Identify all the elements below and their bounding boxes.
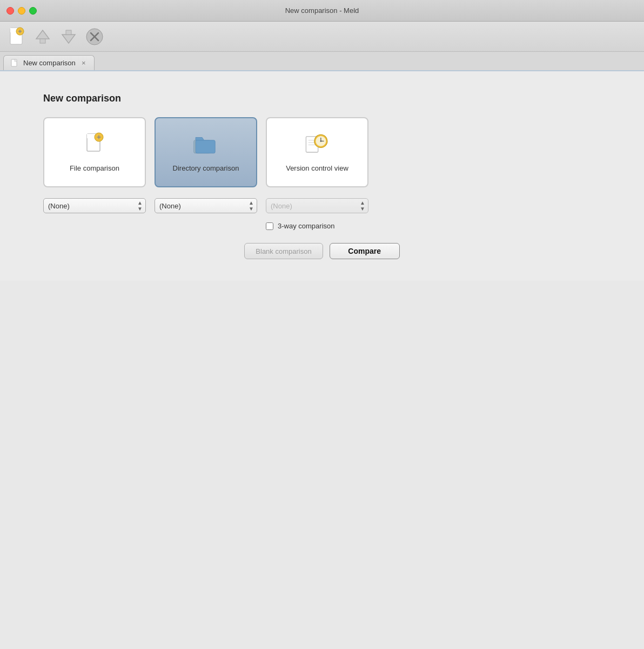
- directory-comparison-icon: [193, 133, 219, 159]
- three-way-label[interactable]: 3-way comparison: [278, 222, 335, 230]
- file-comparison-label: File comparison: [70, 164, 119, 172]
- version-control-icon: [304, 133, 330, 159]
- down-button[interactable]: [57, 25, 80, 48]
- window-controls: [6, 7, 37, 15]
- section-title: New comparison: [43, 93, 601, 104]
- new-button[interactable]: [5, 25, 28, 48]
- svg-marker-8: [62, 35, 75, 43]
- svg-marker-6: [36, 30, 49, 39]
- up-button[interactable]: [31, 25, 54, 48]
- file-comparison-icon: [82, 133, 108, 159]
- new-document-icon: [8, 27, 25, 46]
- tab-label: New comparison: [23, 59, 76, 67]
- file-comparison-card[interactable]: File comparison: [43, 117, 146, 187]
- window-title: New comparison - Meld: [285, 6, 359, 15]
- minimize-button[interactable]: [18, 7, 25, 15]
- blank-comparison-button[interactable]: Blank comparison: [244, 243, 323, 259]
- dropdown-3-wrapper: (None) ▲ ▼: [266, 198, 368, 213]
- comparison-type-cards: File comparison Directory comparison: [43, 117, 601, 187]
- svg-rect-13: [11, 59, 17, 66]
- tab-document-icon: [10, 59, 19, 67]
- buttons-row: Blank comparison Compare: [43, 243, 601, 259]
- dropdown-1-wrapper: (None) ▲ ▼: [43, 198, 146, 213]
- directory-comparison-label: Directory comparison: [173, 164, 239, 172]
- dropdowns-row: (None) ▲ ▼ (None) ▲ ▼ (None) ▲ ▼: [43, 198, 601, 213]
- directory-comparison-card[interactable]: Directory comparison: [155, 117, 257, 187]
- three-way-checkbox[interactable]: [266, 222, 273, 230]
- folder-icon: [193, 132, 219, 160]
- up-arrow-icon: [34, 27, 51, 46]
- tabbar: New comparison ×: [0, 52, 644, 71]
- three-way-row: 3-way comparison: [266, 222, 601, 230]
- titlebar: New comparison - Meld: [0, 0, 644, 22]
- maximize-button[interactable]: [29, 7, 37, 15]
- version-control-label: Version control view: [286, 164, 348, 172]
- svg-rect-9: [66, 30, 71, 35]
- new-comparison-tab[interactable]: New comparison ×: [3, 55, 95, 70]
- close-button[interactable]: [6, 7, 14, 15]
- file-icon: [82, 132, 108, 160]
- version-control-icon-svg: [304, 132, 330, 160]
- dropdown-2-wrapper: (None) ▲ ▼: [155, 198, 257, 213]
- dropdown-1[interactable]: (None): [43, 198, 146, 213]
- tab-close-button[interactable]: ×: [80, 59, 88, 67]
- dropdown-3: (None): [266, 198, 368, 213]
- toolbar: [0, 22, 644, 52]
- stop-icon: [85, 27, 104, 46]
- version-control-card[interactable]: Version control view: [266, 117, 368, 187]
- main-content: New comparison File comparison: [0, 71, 644, 281]
- dropdown-2[interactable]: (None): [155, 198, 257, 213]
- stop-button[interactable]: [83, 25, 106, 48]
- svg-rect-7: [40, 39, 45, 43]
- compare-button[interactable]: Compare: [330, 243, 400, 259]
- svg-rect-22: [196, 140, 215, 153]
- svg-point-31: [320, 140, 322, 142]
- down-arrow-icon: [60, 27, 77, 46]
